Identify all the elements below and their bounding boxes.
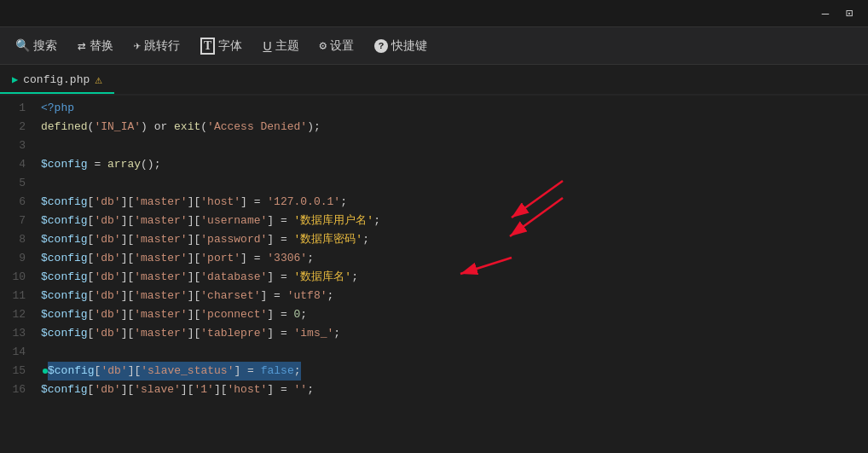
code-token: ][ xyxy=(188,193,201,212)
code-token: 'Access Denied' xyxy=(207,118,307,136)
toolbar-font[interactable]: T 字体 xyxy=(192,34,251,58)
line-indicator xyxy=(43,369,48,374)
code-area: 1 2 3 4 5 6 7 8 9 10 11 12 13 14 15 16 xyxy=(0,96,868,453)
code-token xyxy=(74,99,81,118)
code-token: ][ xyxy=(188,230,201,249)
tab-warning-icon: ⚠ xyxy=(95,73,101,87)
code-token: ; xyxy=(333,324,340,343)
code-line-5 xyxy=(41,174,868,193)
code-token: 'database' xyxy=(200,268,267,287)
code-token: ][ xyxy=(121,324,135,343)
replace-icon: ⇄ xyxy=(78,38,86,55)
code-token: ][ xyxy=(128,362,142,380)
code-token: 'utf8' xyxy=(287,287,327,305)
line-num: 9 xyxy=(0,249,26,268)
code-token: [ xyxy=(88,305,95,324)
code-line-11: $config [ 'db' ][ 'master' ][ 'charset' … xyxy=(41,287,868,305)
code-token: 'db' xyxy=(94,380,120,399)
code-line-2: defined ( 'IN_IA' ) or exit ( 'Access De… xyxy=(41,118,868,136)
goto-icon: ✈ xyxy=(134,38,141,53)
code-token: '1' xyxy=(194,380,213,399)
toolbar-shortcuts[interactable]: ? 快捷键 xyxy=(366,35,436,57)
code-token: ][ xyxy=(188,268,201,287)
code-token: [ xyxy=(88,193,95,212)
code-line-13: $config [ 'db' ][ 'master' ][ 'tablepre'… xyxy=(41,324,868,343)
code-token: 'master' xyxy=(134,305,187,324)
code-token: exit xyxy=(174,118,200,136)
code-content[interactable]: <?php defined ( 'IN_IA' ) or exit ( 'Acc… xyxy=(34,96,868,453)
code-token: ] = xyxy=(267,212,293,230)
toolbar-settings[interactable]: ⚙ 设置 xyxy=(311,35,362,57)
toolbar-replace[interactable]: ⇄ 替换 xyxy=(69,34,122,58)
tab-file-icon: ▶ xyxy=(12,73,18,86)
code-token: [ xyxy=(88,230,95,249)
toolbar-goto-label: 跳转行 xyxy=(144,38,180,54)
code-line-6: $config [ 'db' ][ 'master' ][ 'host' ] =… xyxy=(41,193,868,212)
code-token: ][ xyxy=(121,212,135,230)
maximize-button[interactable]: ⊡ xyxy=(837,2,861,26)
code-token: ; xyxy=(327,287,334,305)
code-line-3 xyxy=(41,136,868,155)
line-num: 3 xyxy=(0,136,26,155)
code-token: ] = xyxy=(267,324,293,343)
code-token: 'IN_IA' xyxy=(94,118,141,136)
code-token: $config xyxy=(41,287,88,305)
line-num: 2 xyxy=(0,118,26,136)
code-token: 'master' xyxy=(134,230,187,249)
line-num: 4 xyxy=(0,155,26,174)
code-token: '' xyxy=(294,380,308,399)
toolbar-shortcuts-label: 快捷键 xyxy=(391,38,427,54)
code-token: ; xyxy=(373,212,380,230)
code-token: 'db' xyxy=(101,362,127,380)
code-line-15: $config [ 'db' ][ 'slave_status' ] = fal… xyxy=(41,362,868,380)
code-line-1: <?php xyxy=(41,99,868,118)
code-line-4: $config = array (); xyxy=(41,155,868,174)
code-token: 'host' xyxy=(227,380,267,399)
line-num: 11 xyxy=(0,287,26,305)
minimize-button[interactable]: — xyxy=(813,2,837,26)
code-token: ] = xyxy=(267,305,293,324)
toolbar-font-label: 字体 xyxy=(218,38,242,54)
code-token: 'db' xyxy=(94,287,120,305)
code-token: $config xyxy=(41,268,88,287)
toolbar-theme[interactable]: U 主题 xyxy=(254,35,307,57)
code-token: ][ xyxy=(188,249,201,268)
line-num: 1 xyxy=(0,99,26,118)
code-token: '3306' xyxy=(267,249,307,268)
tab-config-php[interactable]: ▶ config.php ⚠ xyxy=(0,67,114,94)
code-token: $config xyxy=(41,155,88,174)
line-num: 5 xyxy=(0,174,26,193)
code-token: <?php xyxy=(41,99,74,118)
line-num: 7 xyxy=(0,212,26,230)
code-token: ] = xyxy=(267,230,293,249)
code-token: [ xyxy=(88,249,95,268)
code-line-7: $config [ 'db' ][ 'master' ][ 'username'… xyxy=(41,212,868,230)
tab-bar: ▶ config.php ⚠ xyxy=(0,65,868,96)
code-token xyxy=(41,136,48,155)
code-token: ] = xyxy=(240,249,267,268)
code-token: 'db' xyxy=(94,305,120,324)
code-token: $config xyxy=(41,230,88,249)
line-num: 14 xyxy=(0,343,26,362)
code-token: 'tablepre' xyxy=(200,324,267,343)
code-token: [ xyxy=(88,268,95,287)
line-num: 6 xyxy=(0,193,26,212)
theme-icon: U xyxy=(263,39,271,53)
code-token: ][ xyxy=(121,268,135,287)
code-token: ][ xyxy=(214,380,228,399)
code-token: [ xyxy=(88,212,95,230)
line-num: 15 xyxy=(0,362,26,380)
line-numbers: 1 2 3 4 5 6 7 8 9 10 11 12 13 14 15 16 xyxy=(0,96,34,453)
code-token: 'slave_status' xyxy=(141,362,234,380)
code-token: '数据库用户名' xyxy=(294,212,374,230)
toolbar-goto[interactable]: ✈ 跳转行 xyxy=(125,35,188,57)
code-token: $config xyxy=(41,305,88,324)
code-line-9: $config [ 'db' ][ 'master' ][ 'port' ] =… xyxy=(41,249,868,268)
code-token: ; xyxy=(294,362,301,380)
toolbar-search[interactable]: 🔍 搜索 xyxy=(7,35,66,57)
toolbar: 🔍 搜索 ⇄ 替换 ✈ 跳转行 T 字体 U 主题 ⚙ 设置 ? 快捷键 xyxy=(0,27,868,65)
code-token: 'master' xyxy=(134,268,187,287)
search-icon: 🔍 xyxy=(15,38,30,53)
code-token: 'db' xyxy=(94,193,120,212)
code-line-8: $config [ 'db' ][ 'master' ][ 'password'… xyxy=(41,230,868,249)
